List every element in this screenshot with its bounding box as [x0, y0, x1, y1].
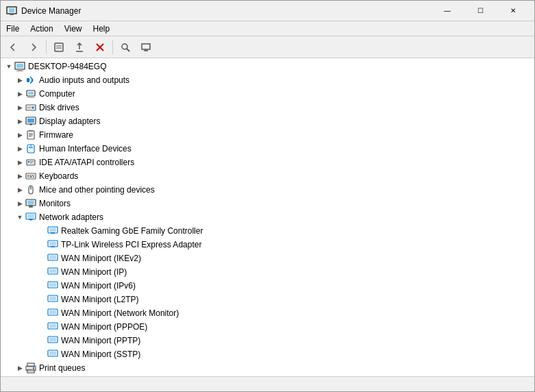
svg-rect-56 [27, 201, 34, 205]
svg-rect-42 [28, 161, 29, 162]
ide-expand[interactable]: ▶ [14, 157, 25, 168]
minimize-button[interactable]: — [432, 1, 463, 21]
menu-bar: File Action View Help [1, 21, 534, 36]
tree-item-wan-ikev2[interactable]: WAN Miniport (IKEv2) [1, 252, 534, 265]
uninstall-button[interactable] [90, 38, 110, 56]
disk-expand[interactable]: ▶ [14, 102, 25, 113]
tree-item-ide[interactable]: ▶ IDE ATA/ATAPI controllers [1, 156, 534, 169]
update-driver-button[interactable] [70, 38, 89, 56]
scan-button[interactable] [116, 38, 135, 56]
tree-item-wan-netmon[interactable]: WAN Miniport (Network Monitor) [1, 306, 534, 320]
keyboards-label: Keyboards [39, 171, 78, 181]
hid-icon [25, 143, 36, 154]
tree-item-tplink[interactable]: TP-Link Wireless PCI Express Adapter [1, 238, 534, 252]
menu-file[interactable]: File [1, 21, 25, 36]
display-button[interactable] [136, 38, 155, 56]
svg-rect-65 [49, 228, 56, 232]
tree-item-print[interactable]: ▶ Print queues [1, 361, 534, 375]
window-title: Device Manager [21, 6, 432, 16]
svg-rect-28 [27, 119, 34, 123]
svg-rect-32 [29, 130, 33, 132]
tree-item-keyboards[interactable]: ▶ Keyboards [1, 169, 534, 183]
tree-root[interactable]: ▼ DESKTOP-9484EGQ [1, 60, 534, 73]
close-button[interactable]: ✕ [497, 1, 529, 21]
network-adapter-icon-6 [47, 294, 58, 305]
toolbar [1, 36, 534, 58]
forward-button[interactable] [24, 38, 43, 56]
svg-rect-77 [49, 297, 56, 301]
svg-rect-44 [30, 162, 32, 163]
monitors-label: Monitors [39, 199, 71, 208]
menu-help[interactable]: Help [88, 21, 116, 36]
computer-expand[interactable]: ▶ [14, 88, 25, 99]
audio-expand[interactable]: ▶ [14, 75, 25, 86]
svg-rect-15 [16, 64, 23, 68]
tree-item-wan-l2tp[interactable]: WAN Miniport (L2TP) [1, 293, 534, 306]
tree-item-wan-pppoe[interactable]: WAN Miniport (PPPOE) [1, 320, 534, 334]
tree-item-firmware[interactable]: ▶ Firmware [1, 128, 534, 142]
hid-expand[interactable]: ▶ [14, 143, 25, 154]
audio-label: Audio inputs and outputs [39, 75, 129, 85]
tree-item-network[interactable]: ▼ Network adapters [1, 210, 534, 224]
maximize-button[interactable]: ☐ [464, 1, 496, 21]
display-expand[interactable]: ▶ [14, 116, 25, 127]
wan-pppoe-label: WAN Miniport (PPPOE) [61, 322, 147, 332]
toolbar-separator-1 [46, 40, 47, 54]
disk-icon [25, 102, 36, 113]
tplink-label: TP-Link Wireless PCI Express Adapter [61, 240, 201, 249]
network-expand[interactable]: ▼ [14, 212, 25, 223]
monitors-expand[interactable]: ▶ [14, 198, 25, 209]
firmware-expand[interactable]: ▶ [14, 130, 25, 140]
svg-rect-43 [30, 161, 34, 162]
disk-label: Disk drives [39, 103, 79, 112]
network-label: Network adapters [39, 212, 103, 222]
firmware-label: Firmware [39, 130, 73, 140]
back-button[interactable] [3, 38, 23, 56]
menu-view[interactable]: View [59, 21, 88, 36]
root-label: DESKTOP-9484EGQ [28, 62, 107, 71]
ide-icon [25, 157, 36, 168]
tree-item-disk[interactable]: ▶ Disk drives [1, 101, 534, 114]
device-tree[interactable]: ▼ DESKTOP-9484EGQ ▶ [1, 58, 534, 376]
tree-item-wan-pptp[interactable]: WAN Miniport (PPTP) [1, 334, 534, 347]
root-computer-icon [14, 61, 25, 72]
svg-rect-83 [49, 338, 56, 342]
svg-rect-81 [49, 324, 56, 328]
tree-item-wan-ipv6[interactable]: WAN Miniport (IPv6) [1, 279, 534, 293]
toolbar-separator-2 [112, 40, 113, 54]
window-controls: — ☐ ✕ [432, 1, 529, 21]
svg-rect-45 [26, 173, 36, 179]
ide-label: IDE ATA/ATAPI controllers [39, 158, 134, 167]
network-adapter-icon-2 [47, 239, 58, 250]
svg-rect-22 [27, 97, 34, 98]
tree-item-audio[interactable]: ▶ Audio inputs and outputs [1, 73, 534, 87]
wan-sstp-label: WAN Miniport (SSTP) [61, 350, 140, 359]
tree-item-wan-sstp[interactable]: WAN Miniport (SSTP) [1, 347, 534, 361]
wan-ipv6-label: WAN Miniport (IPv6) [61, 281, 136, 291]
tree-item-computer[interactable]: ▶ Computer [1, 87, 534, 101]
tree-item-mice[interactable]: ▶ Mice and other pointing devices [1, 183, 534, 197]
keyboards-expand[interactable]: ▶ [14, 171, 25, 182]
tree-item-display[interactable]: ▶ Display adapters [1, 114, 534, 128]
tree-item-wan-ip[interactable]: WAN Miniport (IP) [1, 265, 534, 279]
svg-rect-85 [49, 352, 56, 356]
tree-item-hid[interactable]: ▶ Human Interface Devices [1, 142, 534, 156]
network-adapter-icon-4 [47, 267, 58, 278]
mice-expand[interactable]: ▶ [14, 184, 25, 195]
tree-item-realtek[interactable]: Realtek Gaming GbE Family Controller [1, 224, 534, 238]
properties-button[interactable] [49, 38, 69, 56]
svg-rect-48 [32, 175, 33, 176]
svg-rect-3 [55, 43, 63, 51]
network-adapter-icon-9 [47, 335, 58, 346]
wan-ikev2-label: WAN Miniport (IKEv2) [61, 254, 141, 263]
network-adapter-icon-7 [47, 308, 58, 319]
network-adapter-icon-5 [47, 280, 58, 291]
network-adapter-icon-3 [47, 253, 58, 264]
svg-rect-75 [49, 283, 56, 287]
tree-item-monitors[interactable]: ▶ Monitors [1, 197, 534, 210]
svg-rect-71 [49, 256, 56, 260]
mouse-icon [25, 184, 36, 195]
print-expand[interactable]: ▶ [14, 363, 25, 373]
root-expand[interactable]: ▼ [3, 61, 14, 72]
menu-action[interactable]: Action [25, 21, 58, 36]
